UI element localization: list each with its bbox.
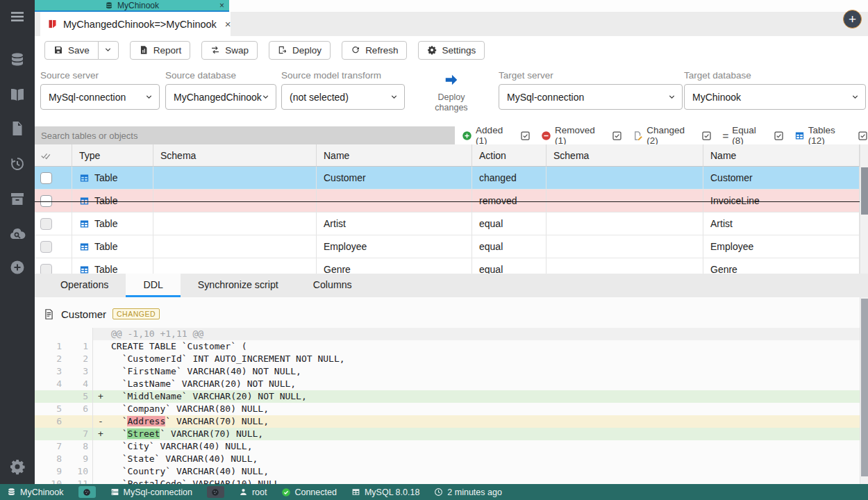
status-server[interactable]: MySql-connection xyxy=(110,488,192,497)
save-button[interactable]: Save xyxy=(44,41,99,60)
objects-table-header: Type Schema Name Action Schema Name xyxy=(35,144,860,167)
changed-badge: CHANGED xyxy=(112,308,160,319)
save-icon xyxy=(53,45,63,55)
person-icon xyxy=(239,488,248,497)
tables-filter[interactable]: Tables (12) xyxy=(794,125,868,146)
row-checkbox[interactable] xyxy=(40,264,52,274)
table-scrollbar xyxy=(860,144,868,274)
close-icon[interactable]: × xyxy=(219,1,224,10)
tab-columns[interactable]: Columns xyxy=(296,274,369,297)
deploy-button[interactable]: Deploy xyxy=(269,41,331,60)
scrollbar-thumb[interactable] xyxy=(861,299,868,476)
scrollbar-thumb[interactable] xyxy=(861,167,868,215)
row-checkbox[interactable] xyxy=(40,218,52,230)
checkbox-icon[interactable] xyxy=(520,131,531,141)
tab-ddl[interactable]: DDL xyxy=(126,274,180,297)
book-icon[interactable] xyxy=(9,87,26,103)
check-circle-icon xyxy=(281,488,290,497)
deploy-changes-label: Deploy changes xyxy=(424,92,479,113)
table-row[interactable]: Table Artist equal Artist xyxy=(35,212,860,235)
diff-line: 56 `Company` VARCHAR(80) NULL, xyxy=(35,403,860,415)
tab-operations[interactable]: Operations xyxy=(43,274,126,297)
add-tab-button[interactable]: + xyxy=(843,10,862,28)
archive-icon[interactable] xyxy=(9,190,26,207)
database-color-button[interactable] xyxy=(78,486,96,498)
filter-row: Added (1) Removed (1) Changed (2) = Equa… xyxy=(35,126,868,144)
app-window: + MyChinook × MyChangedChinook=>MyChinoo… xyxy=(0,0,868,484)
added-filter[interactable]: Added (1) xyxy=(462,125,531,146)
chevron-down-icon xyxy=(261,92,270,101)
double-check-icon[interactable] xyxy=(40,149,52,161)
settings-button[interactable]: Settings xyxy=(418,41,485,60)
ddl-scrollbar xyxy=(860,297,868,484)
database-tab[interactable]: MyChinook × xyxy=(35,0,229,12)
arrow-right-icon xyxy=(443,78,460,90)
target-server-select[interactable]: MySql-connection xyxy=(499,84,683,110)
status-refreshed[interactable]: 2 minutes ago xyxy=(434,488,502,497)
file-nav-icon[interactable] xyxy=(9,120,26,137)
row-checkbox[interactable] xyxy=(40,195,52,207)
diff-line: 910 `Country` VARCHAR(40) NULL, xyxy=(35,465,860,478)
column-header-type[interactable]: Type xyxy=(72,144,153,167)
pencil-file-icon xyxy=(633,131,643,141)
column-header-name-src[interactable]: Name xyxy=(317,144,472,167)
diff-line: 44 `LastName` VARCHAR(20) NOT NULL, xyxy=(35,378,860,390)
table-row[interactable]: Table Genre equal Genre xyxy=(35,258,860,274)
status-user[interactable]: root xyxy=(239,488,267,497)
swap-icon xyxy=(210,45,220,55)
close-icon[interactable]: × xyxy=(225,18,231,30)
ddl-object-header: Customer CHANGED xyxy=(35,297,868,322)
refresh-button[interactable]: Refresh xyxy=(342,41,407,60)
history-icon[interactable] xyxy=(9,156,26,172)
search-input[interactable] xyxy=(35,126,455,144)
removed-filter[interactable]: Removed (1) xyxy=(541,125,622,146)
checkbox-icon[interactable] xyxy=(701,131,712,141)
diff-line: 78 `City` VARCHAR(40) NULL, xyxy=(35,440,860,453)
column-header-name-tgt[interactable]: Name xyxy=(703,144,860,167)
left-sidebar xyxy=(0,0,35,484)
diff-line: 33 `FirstName` VARCHAR(40) NOT NULL, xyxy=(35,365,860,378)
database-nav-icon[interactable] xyxy=(9,51,26,68)
database-tab-label: MyChinook xyxy=(117,1,159,10)
table-row[interactable]: Table Employee equal Employee xyxy=(35,235,860,258)
tab-synchronize-script[interactable]: Synchronize script xyxy=(181,274,296,297)
row-checkbox[interactable] xyxy=(40,241,52,253)
transform-label: Source model transform xyxy=(281,70,381,81)
target-database-select[interactable]: MyChinook xyxy=(684,84,866,110)
status-database[interactable]: MyChinook xyxy=(7,488,64,497)
menu-icon[interactable] xyxy=(9,8,26,25)
checkbox-icon[interactable] xyxy=(858,131,868,141)
checkbox-icon[interactable] xyxy=(774,131,784,141)
transform-select[interactable]: (not selected) xyxy=(281,84,405,110)
source-database-select[interactable]: MyChangedChinook xyxy=(165,84,276,110)
ddl-panel: Customer CHANGED @@ -1,10 +1,11 @@ 11 CR… xyxy=(35,297,868,484)
server-color-button[interactable] xyxy=(207,486,224,498)
settings-gear-icon[interactable] xyxy=(9,458,26,475)
grid-icon xyxy=(351,488,360,497)
table-row[interactable]: Table removed InvoiceLine xyxy=(35,190,860,212)
cloud-search-icon[interactable] xyxy=(9,226,26,242)
equals-icon: = xyxy=(722,130,728,142)
palette-ball-icon xyxy=(83,488,91,497)
column-header-action[interactable]: Action xyxy=(472,144,546,167)
plus-circle-icon[interactable] xyxy=(9,259,26,276)
save-dropdown-button[interactable] xyxy=(98,41,119,60)
diff-line: 22 `CustomerId` INT AUTO_INCREMENT NOT N… xyxy=(35,353,860,365)
checkbox-icon[interactable] xyxy=(612,131,622,141)
changed-filter[interactable]: Changed (2) xyxy=(633,125,712,146)
table-row[interactable]: Table Customer changed Customer xyxy=(35,167,860,190)
clock-icon xyxy=(434,488,443,497)
table-icon xyxy=(79,219,90,229)
source-server-select[interactable]: MySql-connection xyxy=(40,84,160,110)
chevron-down-icon xyxy=(103,45,113,55)
row-checkbox[interactable] xyxy=(40,172,52,184)
column-header-schema-tgt[interactable]: Schema xyxy=(546,144,703,167)
compare-file-tab[interactable]: MyChangedChinook=>MyChinook × xyxy=(40,12,231,36)
compare-config: Source server MySql-connection Source da… xyxy=(35,64,868,126)
column-header-schema-src[interactable]: Schema xyxy=(153,144,317,167)
report-button[interactable]: Report xyxy=(130,41,191,60)
equal-filter[interactable]: = Equal (8) xyxy=(722,125,783,146)
status-version: MySQL 8.0.18 xyxy=(351,488,419,497)
source-database-label: Source database xyxy=(165,70,236,81)
swap-button[interactable]: Swap xyxy=(201,41,258,60)
